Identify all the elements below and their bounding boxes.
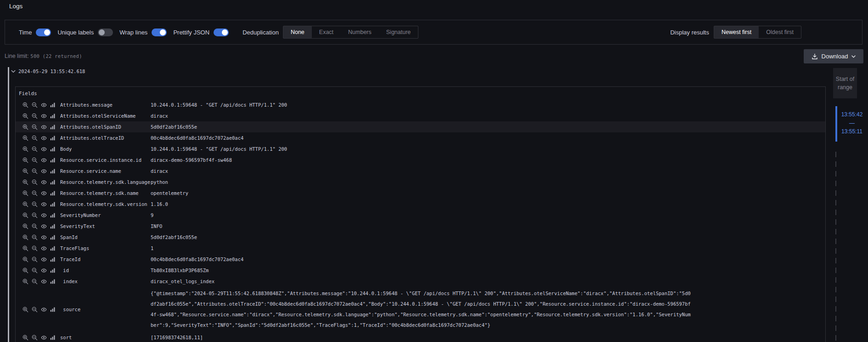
toggle-visibility-eye-icon[interactable] [40, 267, 47, 274]
stats-chart-icon[interactable] [50, 278, 56, 285]
toggle-visibility-eye-icon[interactable] [40, 306, 47, 313]
toggle-visibility-eye-icon[interactable] [40, 334, 47, 341]
stats-chart-icon[interactable] [50, 234, 56, 240]
stats-chart-icon[interactable] [50, 135, 56, 141]
collapse-chevron-icon[interactable] [11, 70, 16, 73]
stats-chart-icon[interactable] [50, 306, 56, 313]
filter-out-value-icon[interactable] [31, 113, 38, 119]
filter-for-value-icon[interactable] [22, 135, 28, 141]
toggle-visibility-eye-icon[interactable] [40, 212, 47, 218]
stats-chart-icon[interactable] [50, 190, 56, 196]
toggle-visibility-eye-icon[interactable] [40, 256, 47, 262]
filter-out-value-icon[interactable] [31, 212, 38, 218]
stats-chart-icon[interactable] [50, 201, 56, 207]
filter-for-value-icon[interactable] [22, 179, 28, 185]
range-selection-bar[interactable] [835, 106, 837, 142]
filter-for-value-icon[interactable] [22, 212, 28, 218]
field-name: _index [60, 279, 151, 284]
toggle-visibility-eye-icon[interactable] [40, 124, 47, 130]
stats-chart-icon[interactable] [50, 245, 56, 251]
unique-labels-switch[interactable] [98, 28, 113, 36]
toggle-visibility-eye-icon[interactable] [40, 278, 47, 285]
filter-out-value-icon[interactable] [31, 179, 38, 185]
dedup-option-numbers[interactable]: Numbers [341, 26, 379, 38]
filter-for-value-icon[interactable] [22, 124, 28, 130]
stats-chart-icon[interactable] [50, 179, 56, 185]
filter-for-value-icon[interactable] [22, 334, 28, 341]
filter-out-value-icon[interactable] [31, 267, 38, 274]
filter-out-value-icon[interactable] [31, 334, 38, 341]
stats-chart-icon[interactable] [50, 102, 56, 108]
stats-chart-icon[interactable] [50, 334, 56, 341]
toggle-visibility-eye-icon[interactable] [40, 157, 47, 163]
filter-out-value-icon[interactable] [31, 146, 38, 152]
filter-out-value-icon[interactable] [31, 223, 38, 229]
switch-knob [99, 29, 105, 35]
filter-for-value-icon[interactable] [22, 146, 28, 152]
toggle-visibility-eye-icon[interactable] [40, 245, 47, 251]
stats-chart-icon[interactable] [50, 168, 56, 174]
toggle-visibility-eye-icon[interactable] [40, 135, 47, 141]
prettify-json-switch[interactable] [214, 28, 229, 36]
toggle-visibility-eye-icon[interactable] [40, 102, 47, 108]
toggle-visibility-eye-icon[interactable] [40, 179, 47, 185]
filter-for-value-icon[interactable] [22, 201, 28, 207]
field-row-actions [22, 234, 56, 240]
filter-for-value-icon[interactable] [22, 245, 28, 251]
filter-out-value-icon[interactable] [31, 234, 38, 240]
filter-for-value-icon[interactable] [22, 102, 28, 108]
wrap-lines-toggle-group: Wrap lines [119, 28, 167, 36]
filter-out-value-icon[interactable] [31, 168, 38, 174]
filter-for-value-icon[interactable] [22, 157, 28, 163]
toggle-visibility-eye-icon[interactable] [40, 223, 47, 229]
download-button[interactable]: Download [804, 49, 863, 63]
toggle-visibility-eye-icon[interactable] [40, 168, 47, 174]
toggle-visibility-eye-icon[interactable] [40, 190, 47, 196]
filter-out-value-icon[interactable] [31, 278, 38, 285]
filter-for-value-icon[interactable] [22, 278, 28, 285]
stats-chart-icon[interactable] [50, 267, 56, 274]
filter-for-value-icon[interactable] [22, 223, 28, 229]
filter-out-value-icon[interactable] [31, 102, 38, 108]
filter-for-value-icon[interactable] [22, 168, 28, 174]
filter-for-value-icon[interactable] [22, 267, 28, 274]
filter-out-value-icon[interactable] [31, 245, 38, 251]
display-option-newest-first[interactable]: Newest first [714, 26, 759, 38]
stats-chart-icon[interactable] [50, 124, 56, 130]
filter-out-value-icon[interactable] [31, 157, 38, 163]
dedup-option-signature[interactable]: Signature [379, 26, 418, 38]
stats-chart-icon[interactable] [50, 256, 56, 262]
filter-out-value-icon[interactable] [31, 256, 38, 262]
stats-chart-icon[interactable] [50, 157, 56, 163]
field-name: Attributes.message [60, 102, 151, 108]
filter-for-value-icon[interactable] [22, 234, 28, 240]
field-row: SeverityText INFO [16, 221, 825, 232]
toggle-visibility-eye-icon[interactable] [40, 146, 47, 152]
wrap-lines-switch[interactable] [152, 28, 167, 36]
filter-for-value-icon[interactable] [22, 113, 28, 119]
filter-out-value-icon[interactable] [31, 190, 38, 196]
filter-out-value-icon[interactable] [31, 201, 38, 207]
dedup-option-exact[interactable]: Exact [312, 26, 341, 38]
filter-out-value-icon[interactable] [31, 306, 38, 313]
log-row-header[interactable]: 2024-05-29 13:55:42.618 [11, 68, 85, 74]
filter-for-value-icon[interactable] [22, 306, 28, 313]
filter-for-value-icon[interactable] [22, 256, 28, 262]
dedup-option-none[interactable]: None [283, 26, 312, 38]
toggle-visibility-eye-icon[interactable] [40, 234, 47, 240]
filter-for-value-icon[interactable] [22, 190, 28, 196]
toggle-visibility-eye-icon[interactable] [40, 201, 47, 207]
field-row-actions [22, 179, 56, 185]
start-of-range-label: Start of range [833, 68, 857, 98]
stats-chart-icon[interactable] [50, 212, 56, 218]
filter-out-value-icon[interactable] [31, 124, 38, 130]
stats-chart-icon[interactable] [50, 113, 56, 119]
toggle-visibility-eye-icon[interactable] [40, 113, 47, 119]
stats-chart-icon[interactable] [50, 223, 56, 229]
time-switch[interactable] [36, 28, 51, 36]
stats-chart-icon[interactable] [50, 146, 56, 152]
filter-out-value-icon[interactable] [31, 135, 38, 141]
field-row: Attributes.message 10.244.0.1:59648 - "G… [16, 99, 825, 110]
field-row: Body 10.244.0.1:59648 - "GET /api/docs H… [16, 143, 825, 154]
display-option-oldest-first[interactable]: Oldest first [759, 26, 801, 38]
